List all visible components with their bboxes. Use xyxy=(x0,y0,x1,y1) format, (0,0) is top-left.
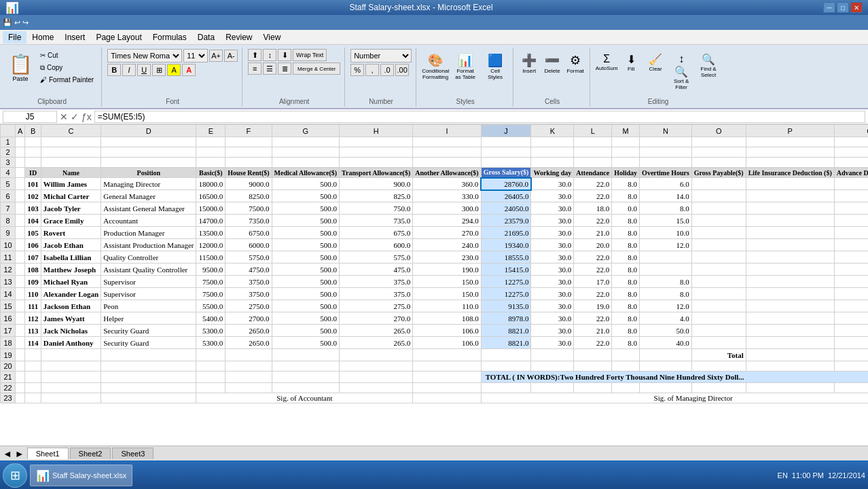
maximize-button[interactable]: □ xyxy=(837,2,849,13)
delete-button[interactable]: ➖ Delete xyxy=(542,51,562,85)
col-n-header[interactable]: N xyxy=(640,125,692,137)
sheet-tab-3[interactable]: Sheet3 xyxy=(112,448,153,459)
sig-accountant[interactable]: Sig. of Accountant xyxy=(196,393,413,403)
fill-color-button[interactable]: A xyxy=(167,64,181,76)
menu-pagelayout[interactable]: Page Layout xyxy=(90,31,147,43)
col-another-header[interactable]: Another Allowance($) xyxy=(413,168,481,178)
copy-button[interactable]: ⧉Copy xyxy=(37,62,97,73)
col-g-header[interactable]: G xyxy=(272,125,339,137)
col-advance-header[interactable]: Advance Deduction ($) xyxy=(834,168,868,178)
cut-button[interactable]: ✂Cut xyxy=(37,50,97,61)
align-top-button[interactable]: ⬆ xyxy=(248,49,261,61)
col-position-header[interactable]: Position xyxy=(101,168,196,178)
menu-insert[interactable]: Insert xyxy=(59,31,90,43)
sort-filter-button[interactable]: ↕🔍 Sort & Filter xyxy=(669,51,693,85)
menu-formulas[interactable]: Formulas xyxy=(147,31,192,43)
align-center-button[interactable]: ☰ xyxy=(263,62,276,75)
paste-button[interactable]: 📋 Paste xyxy=(7,51,34,85)
formula-insert-icon[interactable]: ƒx xyxy=(82,111,92,122)
increase-font-button[interactable]: A+ xyxy=(209,50,223,62)
col-p-header[interactable]: P xyxy=(746,125,834,137)
merge-center-button[interactable]: Merge & Center xyxy=(293,62,340,75)
col-name-header[interactable]: Name xyxy=(41,168,101,178)
col-b-header[interactable]: B xyxy=(25,125,41,137)
font-color-button[interactable]: A xyxy=(182,64,196,76)
col-c-header[interactable]: C xyxy=(41,125,101,137)
col-o-header[interactable]: O xyxy=(691,125,746,137)
col-basic-header[interactable]: Basic($) xyxy=(196,168,225,178)
col-grosspay-header[interactable]: Gross Payable($) xyxy=(691,168,746,178)
format-button[interactable]: ⚙ Format xyxy=(565,51,585,85)
col-i-header[interactable]: I xyxy=(413,125,481,137)
decrease-decimal-button[interactable]: .00 xyxy=(395,64,409,76)
id-cell[interactable]: 101 xyxy=(25,178,41,190)
decrease-font-button[interactable]: A- xyxy=(224,50,238,62)
formula-input[interactable] xyxy=(94,111,865,123)
col-medical-header[interactable]: Medical Allowance($) xyxy=(272,168,339,178)
sheet-tab-2[interactable]: Sheet2 xyxy=(70,448,111,459)
italic-button[interactable]: I xyxy=(122,64,136,76)
comma-button[interactable]: , xyxy=(365,64,379,76)
minimize-button[interactable]: ─ xyxy=(823,2,835,13)
col-transport-header[interactable]: Transport Allowance($) xyxy=(340,168,413,178)
border-button[interactable]: ⊞ xyxy=(152,64,166,76)
col-e-header[interactable]: E xyxy=(196,125,225,137)
sheet-tab-1[interactable]: Sheet1 xyxy=(27,448,69,459)
name-cell[interactable]: Willim James xyxy=(41,178,101,190)
close-button[interactable]: ✕ xyxy=(850,2,863,13)
percent-button[interactable]: % xyxy=(350,64,364,76)
col-attendance-header[interactable]: Attendance xyxy=(574,168,612,178)
increase-decimal-button[interactable]: .0 xyxy=(380,64,394,76)
col-houserent-header[interactable]: House Rent($) xyxy=(225,168,272,178)
col-q-header[interactable]: Q xyxy=(834,125,868,137)
sheet-nav-right[interactable]: ► xyxy=(15,448,24,459)
fill-button[interactable]: ⬇ Fill xyxy=(620,51,642,85)
col-a-header[interactable]: A xyxy=(16,125,25,137)
menu-view[interactable]: View xyxy=(258,31,287,43)
col-j-header[interactable]: J xyxy=(481,125,531,137)
formula-cancel-icon[interactable]: ✕ xyxy=(60,111,68,122)
sig-managing-director[interactable]: Sig. of Managing Director xyxy=(481,393,868,403)
font-family-select[interactable]: Times New Roman xyxy=(107,49,182,62)
align-bottom-button[interactable]: ⬇ xyxy=(278,49,291,61)
menu-review[interactable]: Review xyxy=(220,31,257,43)
formula-confirm-icon[interactable]: ✓ xyxy=(71,111,79,122)
underline-button[interactable]: U xyxy=(137,64,151,76)
format-as-table-button[interactable]: 📊 Format as Table xyxy=(452,51,479,85)
taskbar-excel[interactable]: 📊 Staff Salary-sheet.xlsx xyxy=(30,465,132,486)
wrap-text-button[interactable]: Wrap Text xyxy=(293,49,327,61)
menu-file[interactable]: File xyxy=(3,31,26,43)
format-painter-button[interactable]: 🖌Format Painter xyxy=(37,75,97,86)
total-words-cell[interactable]: TOTAL ( IN WORDS):Two Hundred Forty Thou… xyxy=(481,372,868,383)
james-wyatt-cell[interactable]: James Wyatt xyxy=(41,312,101,325)
col-workday-header[interactable]: Working day xyxy=(531,168,574,178)
col-l-header[interactable]: L xyxy=(574,125,612,137)
conditional-formatting-button[interactable]: 🎨 Conditional Formatting xyxy=(422,51,449,85)
number-format-select[interactable]: Number xyxy=(350,49,412,62)
col-lifeins-header[interactable]: Life Insurance Deduction ($) xyxy=(746,168,834,178)
autosum-button[interactable]: Σ AutoSum xyxy=(596,51,617,85)
col-m-header[interactable]: M xyxy=(612,125,640,137)
menu-data[interactable]: Data xyxy=(192,31,220,43)
align-left-button[interactable]: ≡ xyxy=(248,62,261,75)
col-d-header[interactable]: D xyxy=(101,125,196,137)
col-holiday-header[interactable]: Holiday xyxy=(612,168,640,178)
align-right-button[interactable]: ≣ xyxy=(278,62,291,75)
start-button[interactable]: ⊞ xyxy=(3,463,27,488)
menu-home[interactable]: Home xyxy=(26,31,59,43)
total-label[interactable]: Total xyxy=(691,349,746,361)
col-overtime-header[interactable]: Overtime Hours xyxy=(640,168,692,178)
col-f-header[interactable]: F xyxy=(225,125,272,137)
col-k-header[interactable]: K xyxy=(531,125,574,137)
insert-button[interactable]: ➕ Insert xyxy=(519,51,539,85)
align-middle-button[interactable]: ↕ xyxy=(263,49,276,61)
bold-button[interactable]: B xyxy=(107,64,121,76)
col-id-header[interactable]: ID xyxy=(25,168,41,178)
cell-reference-input[interactable] xyxy=(3,111,57,123)
find-select-button[interactable]: 🔍 Find & Select xyxy=(696,51,721,85)
gross-salary-cell[interactable]: 28760.0 xyxy=(481,178,531,190)
font-size-select[interactable]: 11 xyxy=(183,49,208,62)
window-controls[interactable]: ─ □ ✕ xyxy=(823,2,863,13)
col-h-header[interactable]: H xyxy=(340,125,413,137)
col-gross-header[interactable]: Gross Salary($) xyxy=(481,168,531,178)
